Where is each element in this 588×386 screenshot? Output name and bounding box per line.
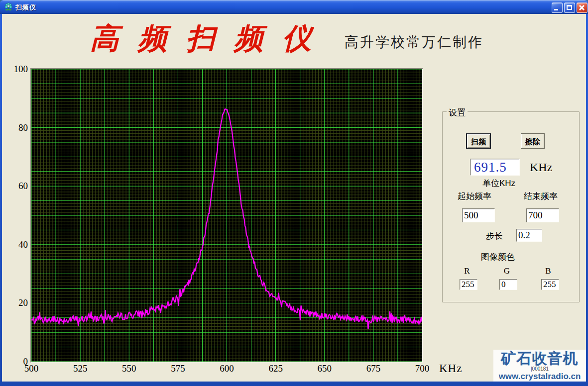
x-tick-label: 675 xyxy=(358,363,388,374)
x-tick-label: 650 xyxy=(310,363,340,374)
x-axis-unit: KHz xyxy=(439,362,462,375)
watermark-url: www.crystalradio.cn xyxy=(494,372,585,381)
x-tick-label: 600 xyxy=(212,363,242,374)
start-freq-label: 起始频率 xyxy=(458,191,491,202)
r-label: R xyxy=(460,266,474,276)
y-tick-label: 60 xyxy=(6,181,28,192)
sweep-button[interactable]: 扫频 xyxy=(466,133,491,149)
unit-note: 单位KHz xyxy=(482,178,515,189)
minimize-button[interactable] xyxy=(552,2,563,13)
sweep-plot xyxy=(30,68,423,363)
start-freq-input[interactable] xyxy=(462,208,495,222)
frequency-display-unit: KHz xyxy=(530,161,552,174)
x-tick-label: 625 xyxy=(261,363,291,374)
app-flower-icon xyxy=(4,2,13,11)
step-input[interactable] xyxy=(516,229,542,242)
r-input[interactable] xyxy=(460,279,477,290)
maximize-button[interactable] xyxy=(564,2,575,13)
client-area: 高 频 扫 频 仪 高升学校常万仁制作 100806040200 5005255… xyxy=(2,14,586,382)
y-tick-label: 100 xyxy=(6,64,28,75)
y-tick-label: 20 xyxy=(6,297,28,308)
end-freq-label: 结束频率 xyxy=(524,191,558,202)
frequency-display: 691.5 xyxy=(470,159,520,176)
x-tick-label: 575 xyxy=(163,363,193,374)
b-label: B xyxy=(541,266,556,276)
g-input[interactable] xyxy=(499,279,517,290)
x-tick-label: 550 xyxy=(114,363,144,374)
app-window: 扫频仪 高 频 扫 频 仪 高升学校常万仁制作 100806040200 500… xyxy=(0,0,588,386)
y-tick-label: 40 xyxy=(6,239,28,250)
b-input[interactable] xyxy=(541,279,559,290)
x-tick-label: 525 xyxy=(65,363,95,374)
maximize-icon xyxy=(567,5,572,10)
y-tick-label: 80 xyxy=(6,122,28,133)
end-freq-input[interactable] xyxy=(526,208,559,222)
page-title: 高 频 扫 频 仪 xyxy=(82,18,326,60)
settings-group: 设置 扫频 擦除 691.5 KHz 单位KHz 起始频率 结束频率 步长 图像… xyxy=(442,111,580,302)
watermark-serial: |000181 xyxy=(494,367,585,372)
x-tick-label: 700 xyxy=(407,363,437,374)
page-subtitle: 高升学校常万仁制作 xyxy=(345,33,483,52)
erase-button[interactable]: 擦除 xyxy=(521,133,545,149)
minimize-icon xyxy=(554,9,558,10)
settings-legend: 设置 xyxy=(447,107,468,118)
window-title: 扫频仪 xyxy=(15,3,36,12)
x-tick-label: 500 xyxy=(16,363,46,374)
step-label: 步长 xyxy=(486,230,503,242)
watermark: 矿石收音机 |000181 www.crystalradio.cn xyxy=(493,350,586,382)
sweep-plot-canvas xyxy=(31,69,422,362)
title-bar[interactable]: 扫频仪 xyxy=(0,0,588,14)
close-button[interactable] xyxy=(577,2,588,13)
image-color-label: 图像颜色 xyxy=(481,251,515,263)
watermark-brand: 矿石收音机 xyxy=(494,351,585,367)
g-label: G xyxy=(499,266,514,276)
